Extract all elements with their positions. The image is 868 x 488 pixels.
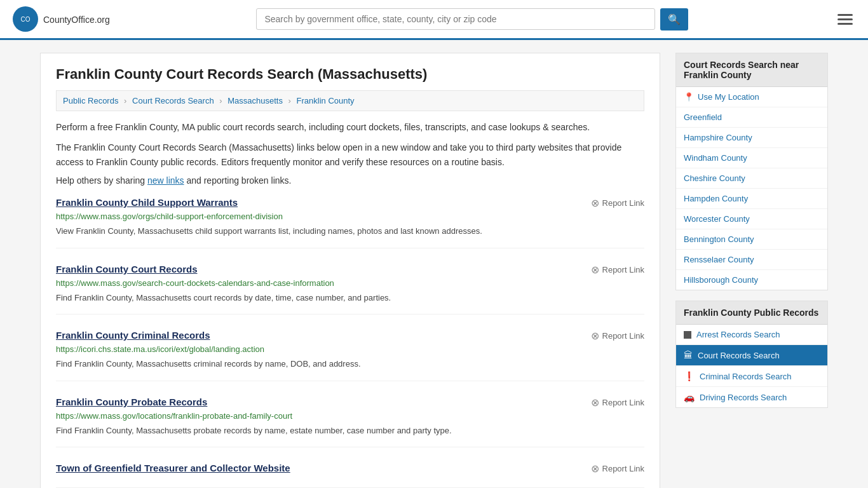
report-link-3[interactable]: ⊗ Report Link [591,396,644,409]
result-desc-1: Find Franklin County, Massachusetts cour… [56,292,644,304]
page-title: Franklin County Court Records Search (Ma… [56,66,644,83]
menu-button[interactable] [835,11,855,27]
report-link-1[interactable]: ⊗ Report Link [591,264,644,276]
nearby-link-7[interactable]: Rensselaer County [684,255,754,264]
result-title-row: Town of Greenfield Treasurer and Collect… [56,463,644,475]
breadcrumb-franklin-county[interactable]: Franklin County [297,96,355,105]
result-desc-0: View Franklin County, Massachusetts chil… [56,225,644,238]
nearby-link-5[interactable]: Worcester County [684,214,750,224]
result-title-row: Franklin County Child Support Warrants ⊗… [56,197,644,209]
logo-area: CO CountyOffice.org [13,6,110,32]
nearby-link-6[interactable]: Bennington County [684,234,754,244]
nearby-link-0[interactable]: Greenfield [684,112,722,122]
result-title-3[interactable]: Franklin County Probate Records [56,396,207,407]
sidebar-nearby-item-3[interactable]: Cheshire County [676,168,827,189]
nearby-links-container: GreenfieldHampshire CountyWindham County… [676,107,827,290]
result-item: Franklin County Probate Records ⊗ Report… [56,396,644,448]
description1: Perform a free Franklin County, MA publi… [56,120,644,134]
breadcrumb-sep1: › [124,96,126,105]
result-title-row: Franklin County Criminal Records ⊗ Repor… [56,330,644,342]
report-icon-2: ⊗ [591,330,599,342]
exclaim-icon: ❗ [684,371,695,381]
report-icon-4: ⊗ [591,463,599,475]
main-container: Franklin County Court Records Search (Ma… [27,40,841,488]
menu-icon-line3 [837,23,853,25]
new-links-link[interactable]: new links [147,175,184,186]
result-title-1[interactable]: Franklin County Court Records [56,264,198,274]
result-title-4[interactable]: Town of Greenfield Treasurer and Collect… [56,463,290,473]
breadcrumb-public-records[interactable]: Public Records [63,96,118,105]
header: CO CountyOffice.org 🔍 [0,0,868,40]
report-label-1: Report Link [602,265,644,274]
pr-label-1: Court Records Search [698,351,780,360]
sidebar-pr-item-2[interactable]: ❗Criminal Records Search [676,366,827,387]
result-title-row: Franklin County Court Records ⊗ Report L… [56,264,644,276]
car-icon: 🚗 [684,392,695,402]
nearby-link-8[interactable]: Hillsborough County [684,275,758,285]
nearby-link-1[interactable]: Hampshire County [684,133,752,142]
share-after: and reporting broken links. [184,175,292,186]
result-item: Franklin County Court Records ⊗ Report L… [56,264,644,315]
sidebar-section-public-records: Franklin County Public Records Arrest Re… [675,301,828,408]
menu-icon-line1 [837,14,853,16]
search-icon: 🔍 [668,14,681,25]
report-icon-1: ⊗ [591,264,599,276]
breadcrumb-massachusetts[interactable]: Massachusetts [227,96,283,105]
pr-link-2[interactable]: Criminal Records Search [700,372,792,381]
use-my-location-link[interactable]: Use My Location [698,92,759,102]
result-url-1[interactable]: https://www.mass.gov/search-court-docket… [56,278,644,288]
report-icon-0: ⊗ [591,197,599,209]
report-label-2: Report Link [602,331,644,341]
breadcrumb-sep2: › [219,96,222,105]
result-desc-3: Find Franklin County, Massachusetts prob… [56,424,644,437]
sidebar-nearby-item-7[interactable]: Rensselaer County [676,250,827,270]
result-url-3[interactable]: https://www.mass.gov/locations/franklin-… [56,411,644,421]
report-label-0: Report Link [602,198,644,208]
search-button[interactable]: 🔍 [660,8,688,30]
sidebar-public-records-header: Franklin County Public Records [676,301,827,325]
nearby-link-4[interactable]: Hampden County [684,194,748,203]
share-before: Help others by sharing [56,175,147,186]
menu-icon-line2 [837,18,853,20]
sidebar-nearby-item-6[interactable]: Bennington County [676,229,827,250]
report-link-4[interactable]: ⊗ Report Link [591,463,644,475]
report-icon-3: ⊗ [591,396,599,409]
sidebar-nearby-item-8[interactable]: Hillsborough County [676,270,827,290]
sidebar-use-location[interactable]: 📍 Use My Location [676,87,827,107]
results-container: Franklin County Child Support Warrants ⊗… [56,197,644,488]
nearby-link-2[interactable]: Windham County [684,153,747,163]
result-title-0[interactable]: Franklin County Child Support Warrants [56,197,238,208]
result-item: Franklin County Criminal Records ⊗ Repor… [56,330,644,381]
sidebar-pr-item-0[interactable]: Arrest Records Search [676,325,827,345]
search-area: 🔍 [256,8,688,30]
breadcrumb-court-records[interactable]: Court Records Search [132,96,214,105]
sidebar-nearby-item-1[interactable]: Hampshire County [676,128,827,148]
sidebar-section-nearby: Court Records Search near Franklin Count… [675,53,828,290]
content-area: Franklin County Court Records Search (Ma… [40,53,660,488]
result-url-2[interactable]: https://icori.chs.state.ma.us/icori/ext/… [56,344,644,354]
sidebar-nearby-item-5[interactable]: Worcester County [676,209,827,229]
sidebar-pr-item-1[interactable]: 🏛Court Records Search [676,345,827,366]
result-item: Franklin County Child Support Warrants ⊗… [56,197,644,248]
sidebar-pr-item-3[interactable]: 🚗Driving Records Search [676,387,827,407]
logo-name: CountyOffice [43,15,95,25]
search-input[interactable] [256,8,655,30]
result-item: Town of Greenfield Treasurer and Collect… [56,463,644,488]
result-title-2[interactable]: Franklin County Criminal Records [56,330,210,341]
pr-link-3[interactable]: Driving Records Search [700,393,787,402]
pr-link-0[interactable]: Arrest Records Search [696,330,780,339]
nearby-link-3[interactable]: Cheshire County [684,173,745,183]
svg-text:CO: CO [21,16,31,23]
result-url-0[interactable]: https://www.mass.gov/orgs/child-support-… [56,212,644,221]
sidebar-nearby-item-0[interactable]: Greenfield [676,107,827,128]
sidebar: Court Records Search near Franklin Count… [675,53,828,488]
public-records-container: Arrest Records Search🏛Court Records Sear… [676,325,827,407]
report-link-2[interactable]: ⊗ Report Link [591,330,644,342]
report-link-0[interactable]: ⊗ Report Link [591,197,644,209]
square-icon [684,331,691,339]
location-pin-icon: 📍 [684,92,694,102]
sidebar-nearby-item-2[interactable]: Windham County [676,148,827,168]
sidebar-nearby-item-4[interactable]: Hampden County [676,189,827,209]
breadcrumb-sep3: › [288,96,291,105]
logo-suffix: .org [95,15,110,25]
